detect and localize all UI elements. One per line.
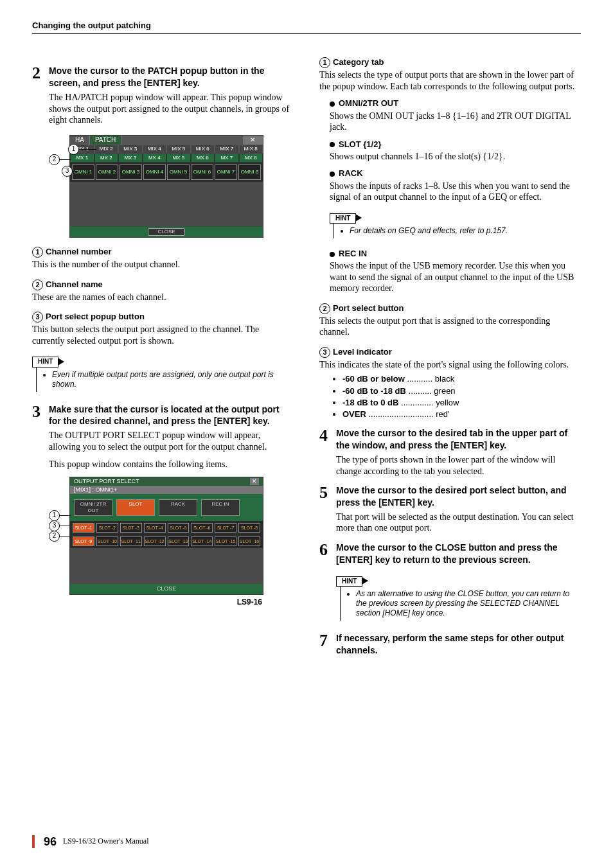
step-7-head: If necessary, perform the same steps for… bbox=[336, 632, 581, 657]
fig2-port-btn[interactable]: SLOT -1 bbox=[73, 523, 94, 533]
running-head: Changing the output patching bbox=[32, 21, 581, 34]
fig2-port-btn[interactable]: SLOT -15 bbox=[215, 536, 236, 546]
fig2-port-btn[interactable]: SLOT -9 bbox=[73, 536, 94, 546]
fig2-caption: LS9-16 bbox=[49, 598, 262, 607]
hint-badge: HINT bbox=[330, 213, 356, 224]
page-number: 96 bbox=[44, 835, 57, 849]
fig1-port-btn[interactable]: OMNI 5 bbox=[167, 164, 190, 180]
footer-owner: LS9-16/32 Owner's Manual bbox=[63, 837, 148, 846]
level-indicator-head: 3Level indicator bbox=[319, 347, 581, 358]
fig2-port-btn[interactable]: SLOT -8 bbox=[238, 523, 260, 533]
step-2-number: 2 bbox=[32, 65, 44, 82]
category-tab-body: This selects the type of output ports th… bbox=[319, 69, 581, 92]
step-6: 6 Move the cursor to the CLOSE button an… bbox=[319, 542, 581, 566]
fig2-port-btn[interactable]: SLOT -11 bbox=[120, 536, 142, 546]
fig1-channel-number-row: MIX 1MIX 2MIX 3MIX 4MIX 5MIX 6MIX 7MIX 8 bbox=[70, 145, 263, 154]
slot-head: SLOT {1/2} bbox=[330, 139, 581, 150]
hint-1: HINT Even if multiple output ports are a… bbox=[32, 355, 294, 392]
fig2-title: OUTPUT PORT SELECT bbox=[74, 478, 139, 485]
hint-badge: HINT bbox=[336, 576, 362, 587]
fig2-subhead: [MIX1] : OMNI1+ bbox=[70, 486, 263, 494]
recin-head: REC IN bbox=[330, 249, 581, 259]
step-7-number: 7 bbox=[319, 632, 331, 649]
step-2: 2 Move the cursor to the PATCH popup but… bbox=[32, 65, 294, 89]
callout-2: 2 bbox=[49, 154, 60, 165]
fig1-close-button[interactable]: CLOSE bbox=[148, 228, 184, 236]
step-5-number: 5 bbox=[319, 484, 331, 501]
callout2-2: 2 bbox=[49, 531, 60, 542]
figure-ha-patch: 1 2 3 HA PATCH ✕ MIX 1MIX 2MIX 3MIX 4MIX… bbox=[49, 135, 267, 238]
port-select-head: 2Port select button bbox=[319, 303, 581, 314]
callout2-1: 1 bbox=[49, 510, 60, 521]
fig2-tab-recin[interactable]: REC IN bbox=[201, 499, 240, 516]
fig2-port-btn[interactable]: SLOT -12 bbox=[144, 536, 166, 546]
item-channel-number-body: This is the number of the output channel… bbox=[32, 259, 294, 270]
step-2-body: The HA/PATCH popup window will appear. T… bbox=[49, 92, 294, 126]
left-column: 2 Move the cursor to the PATCH popup but… bbox=[32, 57, 294, 657]
hint-2: HINT For details on GEQ and effects, ref… bbox=[330, 212, 581, 239]
fig1-port-btn[interactable]: OMNI 7 bbox=[215, 164, 237, 180]
rack-body: Shows the inputs of racks 1–8. Use this … bbox=[330, 181, 581, 203]
fig1-port-btn[interactable]: OMNI 8 bbox=[238, 164, 261, 180]
step-3-body2: This popup window contains the following… bbox=[49, 459, 294, 470]
fig1-tab-ha[interactable]: HA bbox=[70, 136, 90, 145]
fig2-tab-slot[interactable]: SLOT bbox=[116, 499, 155, 516]
hint-badge: HINT bbox=[32, 357, 58, 368]
callout2-3: 3 bbox=[49, 520, 60, 531]
step-5-head: Move the cursor to the desired port sele… bbox=[336, 484, 581, 509]
fig2-port-btn[interactable]: SLOT -7 bbox=[215, 523, 236, 533]
fig2-port-btn[interactable]: SLOT -5 bbox=[168, 523, 190, 533]
step-3-number: 3 bbox=[32, 403, 44, 420]
port-select-body: This selects the output port that is ass… bbox=[319, 315, 581, 338]
hint-3: HINT As an alternative to using the CLOS… bbox=[336, 575, 581, 621]
page-footer: 96 LS9-16/32 Owner's Manual bbox=[32, 835, 149, 849]
fig1-close-icon[interactable]: ✕ bbox=[243, 136, 263, 145]
fig1-port-btn[interactable]: OMNI 3 bbox=[120, 164, 142, 180]
fig1-port-btn[interactable]: OMNI 1 bbox=[72, 164, 94, 180]
step-4-body: The type of ports shown in the lower par… bbox=[336, 454, 581, 477]
fig2-tab-omni[interactable]: OMNI/ 2TR OUT bbox=[74, 499, 112, 516]
fig2-port-btn[interactable]: SLOT -13 bbox=[168, 536, 190, 546]
step-3: 3 Make sure that the cursor is located a… bbox=[32, 403, 294, 428]
fig1-port-select-row: OMNI 1 OMNI 2 OMNI 3 OMNI 4 OMNI 5 OMNI … bbox=[70, 163, 263, 182]
hint-3-text: As an alternative to using the CLOSE but… bbox=[356, 589, 578, 618]
omni-body: Shows the OMNI OUT jacks 1–8 {1–16} and … bbox=[330, 111, 581, 133]
step-2-head: Move the cursor to the PATCH popup butto… bbox=[49, 65, 294, 89]
fig2-tab-rack[interactable]: RACK bbox=[159, 499, 197, 516]
step-3-head: Make sure that the cursor is located at … bbox=[49, 403, 294, 428]
level-indicator-body: This indicates the state of the port's s… bbox=[319, 359, 581, 371]
item-port-select-head: 3Port select popup button bbox=[32, 312, 294, 323]
fig1-port-btn[interactable]: OMNI 4 bbox=[143, 164, 166, 180]
fig2-port-btn[interactable]: SLOT -10 bbox=[96, 536, 118, 546]
fig2-port-btn[interactable]: SLOT -2 bbox=[96, 523, 118, 533]
item-channel-name-body: These are the names of each channel. bbox=[32, 292, 294, 303]
fig2-port-btn[interactable]: SLOT -4 bbox=[144, 523, 166, 533]
item-port-select-body: This button selects the output port assi… bbox=[32, 324, 294, 346]
fig1-tab-patch[interactable]: PATCH bbox=[90, 136, 121, 145]
step-6-head: Move the cursor to the CLOSE button and … bbox=[336, 542, 581, 566]
fig2-port-btn[interactable]: SLOT -16 bbox=[238, 536, 260, 546]
fig2-port-btn[interactable]: SLOT -3 bbox=[120, 523, 142, 533]
step-3-body1: The OUTPUT PORT SELECT popup window will… bbox=[49, 430, 294, 452]
rack-head: RACK bbox=[330, 168, 581, 179]
step-4-head: Move the cursor to the desired tab in th… bbox=[336, 427, 581, 452]
fig2-port-btn[interactable]: SLOT -6 bbox=[191, 523, 213, 533]
fig1-port-btn[interactable]: OMNI 6 bbox=[191, 164, 213, 180]
recin-body: Shows the input of the USB memory record… bbox=[330, 260, 581, 294]
item-channel-number-head: 1Channel number bbox=[32, 247, 294, 258]
fig1-port-btn[interactable]: OMNI 2 bbox=[96, 164, 118, 180]
hint-1-text: Even if multiple output ports are assign… bbox=[52, 370, 291, 389]
hint-2-text: For details on GEQ and effects, refer to… bbox=[350, 226, 578, 236]
fig2-close-button[interactable]: CLOSE bbox=[157, 585, 177, 592]
fig1-channel-name-row: MX 1MX 2MX 3MX 4MX 5MX 6MX 7MX 8 bbox=[70, 154, 263, 163]
step-4: 4 Move the cursor to the desired tab in … bbox=[319, 427, 581, 452]
category-tab-head: 1Category tab bbox=[319, 57, 581, 68]
step-4-number: 4 bbox=[319, 427, 331, 444]
fig2-port-btn[interactable]: SLOT -14 bbox=[191, 536, 213, 546]
right-column: 1Category tab This selects the type of o… bbox=[319, 57, 581, 657]
slot-body: Shows output channels 1–16 of the slot(s… bbox=[330, 151, 581, 163]
fig2-close-icon[interactable]: ✕ bbox=[250, 478, 259, 485]
step-6-number: 6 bbox=[319, 542, 331, 558]
figure-output-port-select: 1 3 2 OUTPUT PORT SELECT✕ [MIX1] : OMNI1… bbox=[49, 477, 267, 607]
item-channel-name-head: 2Channel name bbox=[32, 279, 294, 290]
